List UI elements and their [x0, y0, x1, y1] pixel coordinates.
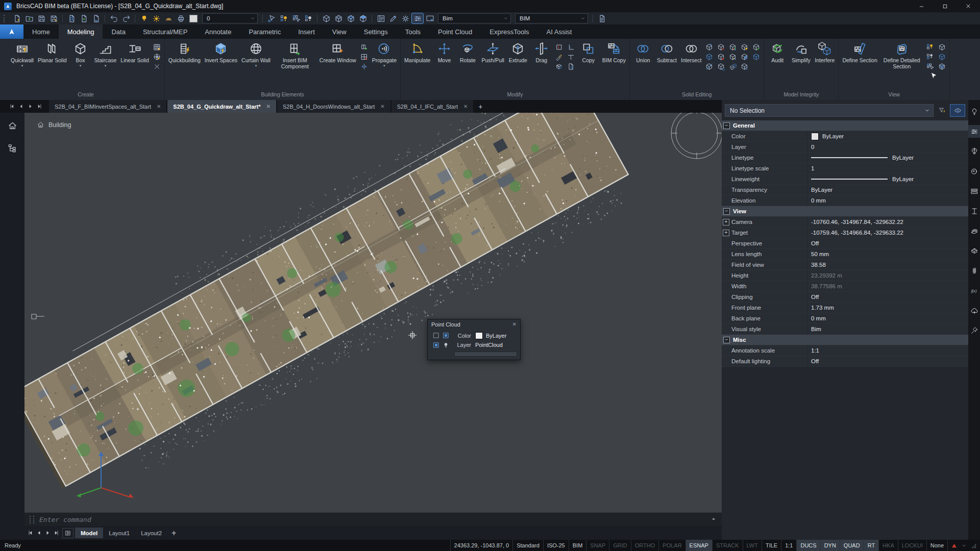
gear-button[interactable]: [400, 13, 411, 23]
corner-button[interactable]: [567, 43, 575, 52]
structure-button[interactable]: [6, 141, 19, 155]
property-value-cell[interactable]: Off: [807, 356, 968, 366]
screen-button[interactable]: [424, 13, 435, 23]
tab-last-button[interactable]: [35, 102, 44, 112]
undo-button[interactable]: [108, 13, 119, 23]
ribbon-button-propagate[interactable]: Propagate▾: [370, 41, 399, 68]
coil-button[interactable]: [163, 13, 174, 23]
layout-tab-layout1[interactable]: Layout1: [103, 528, 135, 538]
checkbox-blue-toggle[interactable]: [442, 331, 450, 339]
home-button[interactable]: [6, 119, 19, 132]
x-mark-button[interactable]: [153, 62, 161, 71]
status-toggle-esnap[interactable]: ESNAP: [685, 540, 712, 551]
sliders-button[interactable]: [412, 13, 423, 23]
ribbon-button-planar-solid[interactable]: Planar Solid: [36, 41, 69, 64]
select-grid-button[interactable]: [290, 13, 302, 23]
doc-gear-button[interactable]: [567, 62, 575, 71]
close-button[interactable]: [957, 0, 980, 12]
ribbon-button-copy[interactable]: Copy: [577, 41, 600, 64]
bulb-gray2-toggle[interactable]: [442, 341, 450, 349]
status-toggle-iso-25[interactable]: ISO-25: [543, 540, 569, 551]
status-toggle-dyn[interactable]: DYN: [820, 540, 840, 551]
property-value-cell[interactable]: 38.77586 m: [807, 281, 968, 291]
cube-blue-button[interactable]: [938, 53, 946, 61]
cube-colors-button[interactable]: [728, 43, 737, 52]
document-tab[interactable]: S2B_04_I_IFC_alt_Start✕: [391, 100, 474, 113]
property-value-cell[interactable]: ByLayer: [807, 153, 968, 163]
new-document-tab-button[interactable]: +: [474, 100, 486, 113]
print-preview-button[interactable]: [66, 13, 77, 23]
status-toggle-1-1[interactable]: 1:1: [781, 540, 796, 551]
document-tab[interactable]: S2B_04_F_BIMInvertSpaces_alt_Start✕: [49, 100, 166, 113]
status-toggle-tile[interactable]: TILE: [762, 540, 781, 551]
cube-wire-button[interactable]: [333, 13, 344, 23]
cube-shaded-button[interactable]: [357, 13, 369, 23]
property-value-cell[interactable]: -10759.46, -314966.84, -329633.22: [807, 228, 968, 238]
color-swatch[interactable]: [475, 332, 483, 339]
breadcrumb[interactable]: Building: [37, 121, 71, 129]
close-tab-icon[interactable]: ✕: [463, 104, 468, 109]
ribbon-button-staircase[interactable]: Staircase▾: [92, 41, 119, 68]
expand-icon[interactable]: +: [723, 219, 729, 226]
cube-pair-button[interactable]: [728, 62, 737, 71]
tab-first-button[interactable]: [26, 528, 35, 538]
layout-tab-layout2[interactable]: Layout2: [135, 528, 167, 538]
cube-dots-button[interactable]: [728, 53, 737, 61]
property-section-view[interactable]: −View: [722, 206, 968, 217]
new-layout-button[interactable]: +: [167, 529, 180, 538]
stack-boxes-button[interactable]: [555, 62, 564, 71]
panel-layers-button[interactable]: [968, 224, 980, 237]
ribbon-button-insert-bim-component[interactable]: Insert BIM Component: [273, 41, 317, 70]
cube-button[interactable]: [321, 13, 332, 23]
tab-prev-button[interactable]: [35, 528, 43, 538]
status-toggle-polar[interactable]: POLAR: [658, 540, 685, 551]
tab-first-button[interactable]: [7, 102, 16, 112]
property-value-cell[interactable]: 23.29392 m: [807, 270, 968, 281]
checkbox-outline-toggle[interactable]: [432, 331, 440, 339]
sun-button[interactable]: [151, 13, 162, 23]
ribbon-tab-data[interactable]: Data: [103, 24, 134, 39]
collapse-icon[interactable]: −: [723, 337, 730, 343]
ribbon-button-bim-copy[interactable]: BIM Copy: [600, 41, 628, 64]
ribbon-tab-expresstools[interactable]: ExpressTools: [481, 24, 537, 39]
section-box-button[interactable]: [555, 43, 564, 52]
ribbon-button-define-section[interactable]: Define Section: [840, 41, 879, 64]
warning-button[interactable]: [951, 542, 958, 549]
list-panel-button[interactable]: [375, 13, 386, 23]
command-expand-button[interactable]: [710, 515, 717, 524]
ribbon-button-drag[interactable]: Drag: [530, 41, 553, 64]
panel-attachment-button[interactable]: [968, 264, 980, 277]
bulb-button[interactable]: [138, 13, 150, 23]
expand-icon[interactable]: +: [723, 230, 729, 236]
highlight-toggle-button[interactable]: [950, 104, 965, 117]
ribbon-button-box[interactable]: Box▾: [69, 41, 92, 68]
property-value-cell[interactable]: 1:1: [807, 345, 968, 356]
save-as-button[interactable]: [48, 13, 59, 23]
page-setup-button[interactable]: [78, 13, 89, 23]
layer-dropdown[interactable]: 0: [202, 13, 258, 23]
tab-last-button[interactable]: [52, 528, 61, 538]
cube-arrow-button[interactable]: [705, 43, 714, 52]
ribbon-tab-annotate[interactable]: Annotate: [196, 24, 240, 39]
document-tab[interactable]: S2B_04_G_Quickdraw_alt_Start*✕: [167, 100, 276, 113]
ribbon-button-create-window[interactable]: Create Window: [317, 41, 358, 64]
panel-pin-button[interactable]: [968, 324, 980, 337]
panel-sliders-button[interactable]: [968, 125, 980, 138]
property-value-cell[interactable]: ByLayer: [807, 185, 968, 195]
workspace-dropdown[interactable]: Bim: [438, 13, 511, 23]
ribbon-button-invert-spaces[interactable]: Invert Spaces: [203, 41, 239, 64]
property-value-cell[interactable]: Off: [807, 238, 968, 248]
select-bulb-button[interactable]: [278, 13, 289, 23]
cube-check-button[interactable]: [752, 43, 761, 52]
toolbar-grip[interactable]: [4, 15, 7, 22]
property-value-cell[interactable]: ByLayer: [807, 131, 968, 141]
color-swatch[interactable]: [811, 133, 819, 140]
status-toggle-none[interactable]: None: [926, 540, 947, 551]
status-toggle-quad[interactable]: QUAD: [840, 540, 864, 551]
ribbon-button-union[interactable]: Union: [631, 41, 655, 64]
save-button[interactable]: [36, 13, 47, 23]
status-toggle-bim[interactable]: BIM: [569, 540, 586, 551]
new-file-button[interactable]: [11, 13, 22, 23]
panel-profile-button[interactable]: [968, 205, 980, 217]
close-tab-icon[interactable]: ✕: [157, 104, 161, 109]
